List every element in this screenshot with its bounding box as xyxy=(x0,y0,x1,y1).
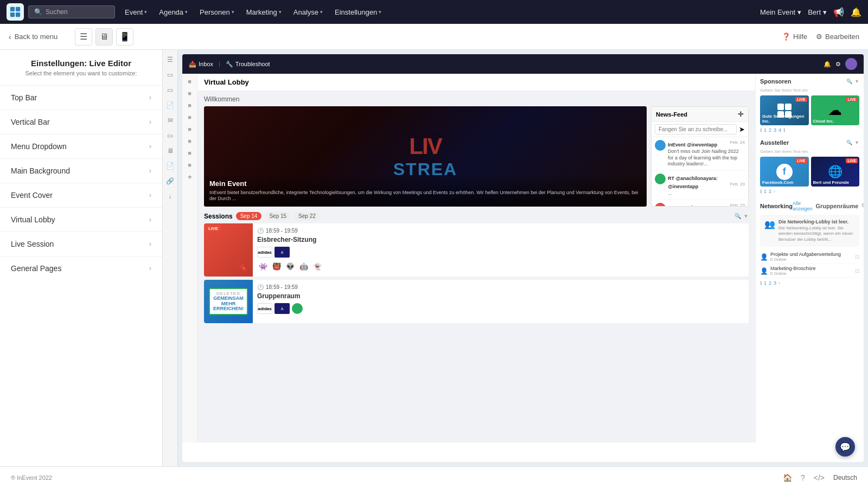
home-icon[interactable]: 🏠 xyxy=(783,473,792,482)
nav-item-event[interactable]: Event ▾ xyxy=(119,5,152,20)
panel-icon-6[interactable]: ■ xyxy=(188,138,192,144)
svg-rect-0 xyxy=(10,7,15,11)
hamburger-button[interactable]: ☰ xyxy=(75,28,92,46)
sessions-date-tab-1[interactable]: Sep 14 xyxy=(236,212,262,220)
networking-view-all[interactable]: Alle anzeigen xyxy=(793,201,813,211)
tool-icon-10[interactable]: ↓ xyxy=(165,191,176,202)
sessions-filter-icon[interactable]: ▼ xyxy=(743,213,749,219)
footer-brand: ® InEvent 2022 xyxy=(11,474,52,481)
tool-icon-5[interactable]: ✉ xyxy=(165,115,176,126)
newsfeed-posts: InEvent @ineventapp Feb. 24 Don't miss o… xyxy=(652,137,748,206)
tool-icon-1[interactable]: ☰ xyxy=(165,54,176,65)
sponsor-name-2: Cloud Inc. xyxy=(813,119,834,124)
aussteller-card-2[interactable]: 🌐 LIVE Bert und Freunde xyxy=(811,157,860,187)
code-icon[interactable]: </> xyxy=(814,473,825,482)
bearbeiten-button[interactable]: ⚙ Bearbeiten xyxy=(816,33,859,41)
sponsor-card-1[interactable]: LIVE Gute Schwingungen Inc. xyxy=(760,95,809,125)
forward-icon-2[interactable]: › xyxy=(778,280,780,286)
aussteller-search-icon[interactable]: 🔍 xyxy=(846,140,852,145)
session-name-1: Eisbrecher-Sitzung xyxy=(257,236,744,243)
compose-input[interactable] xyxy=(655,124,737,134)
page-2[interactable]: 2 xyxy=(769,127,771,133)
back-to-menu-button[interactable]: ‹ Back to menu xyxy=(9,33,58,41)
sessions-search-icon[interactable]: 🔍 xyxy=(735,213,741,219)
sidebar-item-virtual-lobby[interactable]: Virtual Lobby › xyxy=(0,207,162,232)
app-logo[interactable] xyxy=(7,3,24,21)
panel-icon-2[interactable]: ■ xyxy=(188,90,192,97)
grup-page-3[interactable]: 3 xyxy=(774,280,776,286)
tool-icon-2[interactable]: ▭ xyxy=(165,69,176,80)
sidebar-item-event-cover[interactable]: Event Cover › xyxy=(0,183,162,207)
panel-icon-3[interactable]: ■ xyxy=(188,102,192,108)
sidebar-item-main-background[interactable]: Main Background › xyxy=(0,158,162,183)
nav-item-analyse[interactable]: Analyse ▾ xyxy=(288,5,328,20)
sponsor-card-2[interactable]: ☁ LIVE Cloud Inc. xyxy=(811,95,860,125)
sessions-date-tab-2[interactable]: Sep 15 xyxy=(265,212,291,220)
video-overlay: Mein Event InEvent bietet benutzerfreund… xyxy=(204,173,647,207)
megaphone-icon[interactable]: 📢 xyxy=(833,7,844,17)
panel-icon-1[interactable]: ■ xyxy=(188,78,192,85)
forward-icon[interactable]: › xyxy=(774,189,775,194)
aus-page-2[interactable]: 2 xyxy=(769,189,771,194)
networking-search-icon[interactable]: 🔍 xyxy=(861,203,864,209)
grup-page-2[interactable]: 2 xyxy=(769,280,771,286)
tool-icon-8[interactable]: 📄 xyxy=(165,160,176,171)
tool-icon-7[interactable]: 🖥 xyxy=(165,145,176,156)
page-4[interactable]: 4 xyxy=(778,127,781,133)
newsfeed-expand-icon[interactable]: ✛ xyxy=(738,110,744,118)
mobile-view-button[interactable]: 📱 xyxy=(116,28,133,46)
gruppe-toggle-1[interactable]: ⊡ xyxy=(855,254,859,260)
grup-page-1[interactable]: 1 xyxy=(764,280,767,286)
session-logos-2: adidas A xyxy=(257,303,744,314)
willkommen-label: Willkommen xyxy=(204,95,749,103)
aussteller-card-1[interactable]: f LIVE Facebook.Com xyxy=(760,157,809,187)
panel-icon-5[interactable]: ■ xyxy=(188,126,192,132)
session-card-2: DELETED GEMEINSAMMEHRERREICHEN! 🕐 18:59 … xyxy=(204,280,749,323)
panel-icon-8[interactable]: ■ xyxy=(188,162,192,168)
panel-icon-4[interactable]: ■ xyxy=(188,114,192,120)
networking-empty-text: Die Networking-Lobby ist leer. Sie werde… xyxy=(778,226,855,242)
aus-page-1[interactable]: 1 xyxy=(764,189,767,194)
sub-header-actions: ❓ Hilfe ⚙ Bearbeiten xyxy=(782,33,859,41)
tool-icon-4[interactable]: 📄 xyxy=(165,100,176,111)
gruppe-toggle-2[interactable]: ⊡ xyxy=(855,268,859,274)
sponsors-search-icon[interactable]: 🔍 xyxy=(846,79,852,84)
chat-bubble-button[interactable]: 💬 xyxy=(835,437,855,457)
nav-item-marketing[interactable]: Marketing ▾ xyxy=(241,5,287,20)
page-1[interactable]: 1 xyxy=(764,127,767,133)
tool-icon-6[interactable]: ▭ xyxy=(165,130,176,141)
nav-bert[interactable]: Bert ▾ xyxy=(808,8,827,16)
chevron-right-icon: › xyxy=(149,265,151,272)
sponsors-filter-icon[interactable]: ▼ xyxy=(854,79,859,84)
sidebar-item-general-pages[interactable]: General Pages › xyxy=(0,256,162,280)
sidebar-item-vertical-bar[interactable]: Vertical Bar › xyxy=(0,110,162,134)
question-icon[interactable]: ? xyxy=(801,473,805,482)
nav-item-agenda[interactable]: Agenda ▾ xyxy=(154,5,193,20)
footer-language[interactable]: Deutsch xyxy=(833,474,857,481)
bookmark-icon[interactable]: 🔖 xyxy=(238,262,248,272)
search-box[interactable]: 🔍 xyxy=(28,5,115,18)
sessions-date-tab-3[interactable]: Sep 22 xyxy=(294,212,320,220)
tool-icon-3[interactable]: ▭ xyxy=(165,85,176,95)
search-input[interactable] xyxy=(46,8,109,16)
sidebar-item-menu-dropdown[interactable]: Menu Dropdown › xyxy=(0,134,162,158)
chevron-right-icon: › xyxy=(149,216,151,223)
session-thumbnail-1: LIVE 🔖 xyxy=(204,223,253,277)
desktop-view-button[interactable]: 🖥 xyxy=(95,28,113,46)
tool-icon-9[interactable]: 🔗 xyxy=(165,176,176,187)
sidebar-item-top-bar[interactable]: Top Bar › xyxy=(0,85,162,110)
chevron-down-icon: ▾ xyxy=(144,9,147,15)
nav-mein-event[interactable]: Mein Event ▾ xyxy=(760,8,801,16)
panel-icon-7[interactable]: ■ xyxy=(188,150,192,156)
nav-item-einstellungen[interactable]: Einstellungen ▾ xyxy=(329,5,387,20)
panel-icon-9[interactable]: ★ xyxy=(187,174,193,181)
post-avatar xyxy=(655,203,666,206)
sidebar-item-live-session[interactable]: Live Session › xyxy=(0,232,162,256)
page-3[interactable]: 3 xyxy=(774,127,776,133)
sessions-section: Sessions Sep 14 Sep 15 Sep 22 🔍 ▼ xyxy=(204,212,749,323)
send-icon[interactable]: ➤ xyxy=(739,125,745,133)
nav-item-personen[interactable]: Personen ▾ xyxy=(194,5,240,20)
help-button[interactable]: ❓ Hilfe xyxy=(782,33,807,41)
aussteller-filter-icon[interactable]: ▼ xyxy=(854,140,859,145)
bell-icon[interactable]: 🔔 xyxy=(851,7,861,17)
